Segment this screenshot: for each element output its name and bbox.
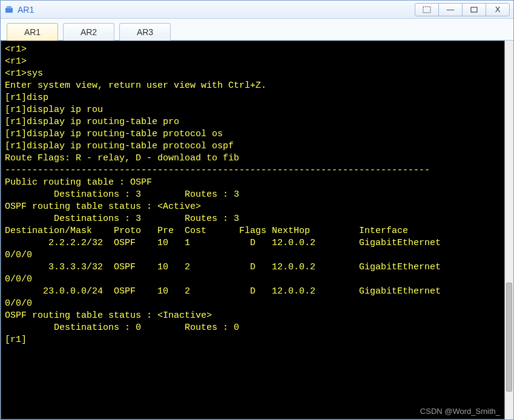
terminal-line: <r1> xyxy=(5,56,501,68)
terminal-line: <r1>sys xyxy=(5,68,501,80)
tab-ar3[interactable]: AR3 xyxy=(119,23,171,41)
close-button[interactable]: X xyxy=(486,3,510,16)
terminal-line: 0/0/0 xyxy=(5,274,501,286)
terminal-line: 0/0/0 xyxy=(5,298,501,310)
window-extra-button[interactable] xyxy=(415,3,439,16)
terminal-line: Destinations : 3 Routes : 3 xyxy=(5,213,501,225)
terminal-output[interactable]: <r1><r1><r1>sysEnter system view, return… xyxy=(1,41,504,419)
minimize-button[interactable]: — xyxy=(438,3,463,16)
terminal-line: Enter system view, return user view with… xyxy=(5,80,501,92)
terminal-line: Destinations : 3 Routes : 3 xyxy=(5,189,501,201)
terminal-container: <r1><r1><r1>sysEnter system view, return… xyxy=(1,41,513,419)
terminal-line: 3.3.3.3/32 OSPF 10 2 D 12.0.0.2 GigabitE… xyxy=(5,261,501,274)
svg-rect-3 xyxy=(471,7,477,12)
titlebar[interactable]: AR1 — X xyxy=(1,1,513,19)
scrollbar[interactable] xyxy=(504,41,513,419)
terminal-line: 2.2.2.2/32 OSPF 10 1 D 12.0.0.2 GigabitE… xyxy=(5,237,501,249)
terminal-line: <r1> xyxy=(5,44,501,56)
terminal-line: [r1]display ip routing-table protocol os xyxy=(5,128,501,140)
terminal-line: Destinations : 0 Routes : 0 xyxy=(5,322,501,334)
tab-bar: AR1 AR2 AR3 xyxy=(1,19,513,41)
terminal-line: OSPF routing table status : <Active> xyxy=(5,201,501,213)
window-buttons: — X xyxy=(415,3,510,16)
svg-rect-0 xyxy=(5,8,13,13)
terminal-line: [r1]display ip routing-table protocol os… xyxy=(5,140,501,153)
scroll-thumb[interactable] xyxy=(506,283,512,392)
terminal-line: Route Flags: R - relay, D - download to … xyxy=(5,153,501,165)
terminal-line: ----------------------------------------… xyxy=(5,165,501,177)
terminal-line: 23.0.0.0/24 OSPF 10 2 D 12.0.0.2 Gigabit… xyxy=(5,286,501,298)
app-window: AR1 — X AR1 AR2 AR3 <r1><r1><r1>sysEnter… xyxy=(0,0,514,420)
terminal-line: [r1] xyxy=(5,334,501,346)
terminal-line: [r1]display ip routing-table pro xyxy=(5,116,501,128)
terminal-line: 0/0/0 xyxy=(5,249,501,261)
svg-rect-1 xyxy=(7,6,12,8)
tab-ar1[interactable]: AR1 xyxy=(7,23,58,41)
app-icon xyxy=(4,5,14,15)
tab-ar2[interactable]: AR2 xyxy=(63,23,114,41)
svg-rect-2 xyxy=(423,7,430,13)
terminal-line: OSPF routing table status : <Inactive> xyxy=(5,310,501,322)
window-title: AR1 xyxy=(18,5,34,15)
terminal-line: Destination/Mask Proto Pre Cost Flags Ne… xyxy=(5,225,501,237)
terminal-line: [r1]disp xyxy=(5,92,501,104)
maximize-button[interactable] xyxy=(462,3,486,16)
terminal-line: [r1]display ip rou xyxy=(5,104,501,116)
terminal-line: Public routing table : OSPF xyxy=(5,177,501,189)
